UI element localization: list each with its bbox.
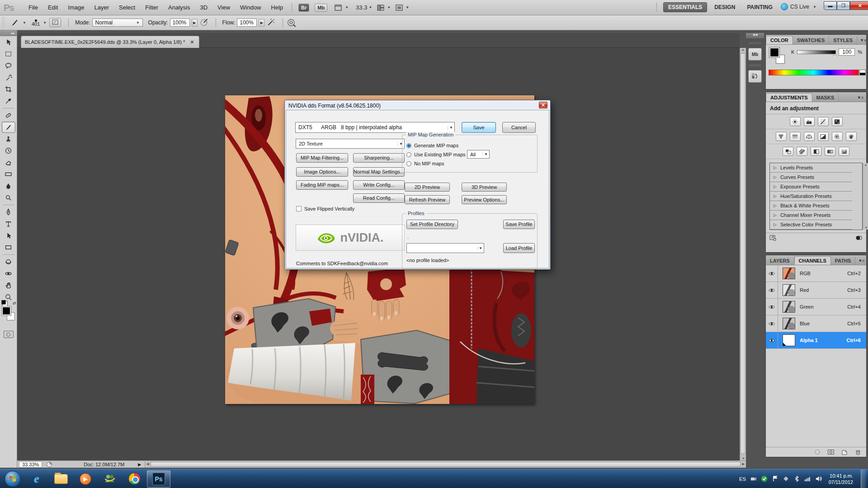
visibility-toggle[interactable] xyxy=(766,332,778,348)
document-tab[interactable]: BLADESOFTIME.EXE_0x2E2F5649.dds @ 33.3% … xyxy=(21,36,199,48)
tab-paths[interactable]: PATHS xyxy=(831,257,856,265)
gradient-tool[interactable] xyxy=(2,169,15,180)
menu-image[interactable]: Image xyxy=(63,4,89,11)
cancel-button[interactable]: Cancel xyxy=(502,122,536,133)
panel-menu-icon[interactable]: ▼≡ xyxy=(857,36,868,44)
tablet-opacity-pressure-icon[interactable] xyxy=(199,18,209,27)
levels-button[interactable] xyxy=(804,117,815,126)
flip-vertically-checkbox[interactable] xyxy=(296,206,302,211)
chevron-down-icon[interactable]: ▼ xyxy=(406,5,409,9)
generate-mip-maps-option[interactable]: Generate MIP maps xyxy=(406,143,458,148)
disclosure-triangle-icon[interactable]: ▷ xyxy=(774,222,777,227)
launch-bridge-button[interactable]: Br xyxy=(298,4,309,12)
profile-select[interactable]: ▼ xyxy=(406,243,484,253)
taskbar-clock[interactable]: 10:41 p.m. 07/11/2012 xyxy=(829,473,853,485)
visibility-toggle[interactable] xyxy=(766,265,778,282)
tab-adjustments[interactable]: ADJUSTMENTS xyxy=(766,93,812,102)
selective-color-presets-item[interactable]: ▷Selective Color Presets xyxy=(770,220,852,230)
drag-handle[interactable] xyxy=(749,64,761,66)
taskbar-media-player[interactable]: ▶ xyxy=(74,470,97,488)
move-tool[interactable] xyxy=(2,37,15,48)
color-spectrum-ramp[interactable] xyxy=(769,70,859,75)
brush-tool[interactable] xyxy=(2,122,15,133)
k-slider-marker[interactable] xyxy=(833,52,837,57)
chevron-down-icon[interactable]: ▼ xyxy=(368,5,372,9)
channel-thumbnail[interactable] xyxy=(783,284,795,296)
menu-select[interactable]: Select xyxy=(114,4,140,11)
black-white-button[interactable] xyxy=(818,132,829,141)
network-signal-icon[interactable] xyxy=(804,475,811,482)
threshold-button[interactable] xyxy=(811,147,821,156)
tablet-size-pressure-icon[interactable] xyxy=(287,18,297,27)
history-brush-tool[interactable] xyxy=(2,145,15,156)
vertical-scrollbar-thumb[interactable] xyxy=(741,53,745,454)
no-mip-maps-option[interactable]: No MIP maps xyxy=(406,161,444,166)
k-value-input[interactable]: 100 xyxy=(839,48,855,56)
menu-help[interactable]: Help xyxy=(266,4,288,11)
close-document-icon[interactable]: ✕ xyxy=(189,39,195,46)
channel-row-rgb[interactable]: RGB Ctrl+2 xyxy=(766,265,866,282)
restore-button[interactable]: ❐ xyxy=(837,1,850,10)
delete-channel-icon[interactable] xyxy=(854,449,862,455)
path-selection-tool[interactable] xyxy=(2,230,15,241)
horizontal-scrollbar[interactable]: ◀ ▶ xyxy=(145,461,746,468)
brush-tool-preset-icon[interactable] xyxy=(9,18,19,27)
default-colors-icon[interactable] xyxy=(1,300,6,305)
load-selection-icon[interactable] xyxy=(814,449,821,455)
flip-vertically-option[interactable]: Save Flipped Vertically xyxy=(296,206,354,211)
screen-mode-icon[interactable] xyxy=(395,4,404,11)
tab-channels[interactable]: CHANNELS xyxy=(794,256,831,265)
channel-mixer-presets-item[interactable]: ▷Channel Mixer Presets xyxy=(770,211,852,220)
chevron-down-icon[interactable]: ▼ xyxy=(387,5,391,9)
crop-tool[interactable] xyxy=(2,84,15,95)
menu-filter[interactable]: Filter xyxy=(140,4,163,11)
flow-input[interactable]: 100% xyxy=(237,19,257,27)
write-config-button[interactable]: Write Config... xyxy=(353,180,405,190)
black-white-presets-item[interactable]: ▷Black & White Presets xyxy=(770,201,852,211)
clone-stamp-tool[interactable] xyxy=(2,133,15,145)
disclosure-triangle-icon[interactable]: ▷ xyxy=(774,194,777,198)
opacity-slider-button[interactable]: ▶ xyxy=(192,19,198,27)
healing-brush-tool[interactable] xyxy=(2,110,15,121)
channel-thumbnail[interactable] xyxy=(783,318,795,329)
normal-map-settings-button[interactable]: Normal Map Settings... xyxy=(353,167,405,177)
channel-row-green[interactable]: Green Ctrl+4 xyxy=(766,299,866,315)
tray-diamond-icon[interactable] xyxy=(783,475,789,482)
workspace-design[interactable]: DESIGN xyxy=(710,3,740,12)
k-slider[interactable] xyxy=(797,50,836,54)
read-config-button[interactable]: Read Config... xyxy=(353,193,405,203)
chevron-down-icon[interactable]: ▼ xyxy=(345,5,349,9)
chevron-down-icon[interactable]: ▼ xyxy=(23,21,26,25)
scroll-right-icon[interactable]: ▶ xyxy=(742,462,745,466)
channel-mixer-button[interactable] xyxy=(846,132,857,141)
disclosure-triangle-icon[interactable]: ▷ xyxy=(774,213,777,217)
save-profile-button[interactable]: Save Profile xyxy=(503,220,535,229)
cs-live-button[interactable]: CS Live ▼ xyxy=(781,3,816,10)
type-tool[interactable] xyxy=(2,218,15,230)
menu-edit[interactable]: Edit xyxy=(43,4,63,11)
view-extras-icon[interactable] xyxy=(335,4,344,11)
preview-options-button[interactable]: Preview Options... xyxy=(462,195,507,204)
existing-mip-filter-select[interactable]: All ▼ xyxy=(467,150,490,159)
drag-handle[interactable] xyxy=(2,17,5,28)
arrange-documents-icon[interactable] xyxy=(377,4,386,11)
volume-icon[interactable] xyxy=(815,475,822,482)
tab-swatches[interactable]: SWATCHES xyxy=(793,36,830,44)
menu-window[interactable]: Window xyxy=(235,4,266,11)
menu-3d[interactable]: 3D xyxy=(195,4,212,11)
channel-row-red[interactable]: Red Ctrl+3 xyxy=(766,282,866,299)
history-panel-button[interactable] xyxy=(748,70,762,83)
visibility-toggle[interactable] xyxy=(766,315,778,332)
exposure-presets-item[interactable]: ▷Exposure Presets xyxy=(770,182,852,192)
refresh-preview-button[interactable]: Refresh Preview xyxy=(405,195,450,204)
new-channel-icon[interactable] xyxy=(841,449,848,455)
show-desktop-button[interactable] xyxy=(861,469,866,488)
disclosure-triangle-icon[interactable]: ▷ xyxy=(774,175,777,179)
clip-to-layer-icon[interactable] xyxy=(855,235,863,241)
magic-wand-tool[interactable] xyxy=(2,72,15,83)
selective-color-button[interactable] xyxy=(839,147,849,156)
workspace-painting[interactable]: PAINTING xyxy=(742,3,777,12)
dodge-tool[interactable] xyxy=(2,192,15,203)
marquee-tool[interactable] xyxy=(2,48,15,60)
tab-color[interactable]: COLOR xyxy=(766,36,793,44)
